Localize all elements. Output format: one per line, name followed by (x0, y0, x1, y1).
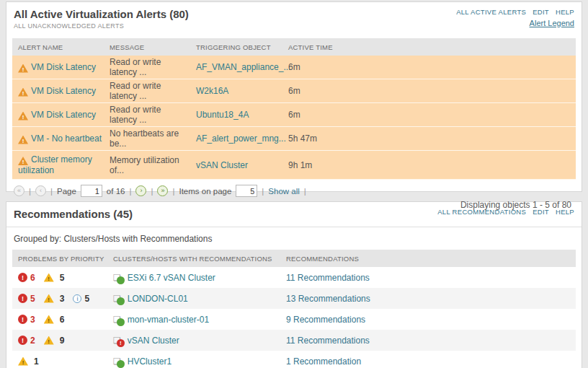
edit-link[interactable]: EDIT (533, 208, 549, 216)
cluster-link[interactable]: HVCluster1 (128, 356, 172, 367)
status-up-icon (117, 318, 125, 326)
alert-row[interactable]: !VM Disk Latency Read or write latency .… (12, 103, 576, 127)
next-page-button[interactable]: › (135, 185, 146, 196)
info-count: 5 (84, 294, 89, 304)
page-number-input[interactable] (81, 185, 102, 197)
warning-triangle-icon: ! (44, 336, 54, 345)
edit-link[interactable]: EDIT (533, 8, 549, 16)
alerts-pagination: « | ‹ | Page of 16 | › | » | Items on pa… (6, 180, 582, 198)
recommendations-link[interactable]: 11 Recommendations (286, 273, 370, 283)
alerts-panel-subtitle: ALL UNACKNOWLEDGED ALERTS (14, 22, 574, 30)
warning-triangle-icon: ! (18, 357, 28, 366)
recommendation-row[interactable]: !5 !3 i5 ❏ LONDON-CL01 13 Recommendation… (12, 288, 576, 309)
recommendations-cell: 13 Recommendations (280, 294, 576, 304)
alerts-panel-header: All Active Virtualization Alerts (80) AL… (6, 2, 582, 32)
status-critical-icon: ! (117, 339, 125, 347)
grouped-by-label: Grouped by: Clusters/Hosts with Recommen… (6, 227, 582, 250)
col-recommendations: RECOMMENDATIONS (280, 255, 576, 263)
alert-message: Read or write latency ... (104, 81, 190, 101)
separator: | (29, 187, 31, 196)
recommendation-row[interactable]: !1 ❏ HVCluster1 1 Recommendation (12, 351, 576, 368)
recommendations-link[interactable]: 11 Recommendations (286, 336, 370, 346)
recommendation-row[interactable]: !6 !5 ❏ ESXi 6.7 vSAN Cluster 11 Recomme… (12, 267, 576, 288)
last-page-button[interactable]: » (157, 185, 168, 196)
warning-triangle-icon: ! (18, 64, 28, 73)
cluster-cell: ❏! vSAN Cluster (107, 336, 280, 346)
alert-row[interactable]: !VM Disk Latency Read or write latency .… (12, 56, 576, 79)
cluster-icon: ❏ (113, 356, 125, 367)
alert-name-link[interactable]: !VM - No heartbeat (12, 133, 104, 144)
alert-legend-link[interactable]: Alert Legend (530, 19, 574, 27)
help-link[interactable]: HELP (556, 8, 574, 16)
alert-name-link[interactable]: !VM Disk Latency (12, 110, 104, 121)
alert-message: Read or write latency ... (104, 57, 190, 77)
col-clusters-hosts: CLUSTERS/HOSTS WITH RECOMMENDATIONS (107, 255, 280, 263)
alert-row[interactable]: !Cluster memory utilization Memory utili… (12, 151, 576, 180)
show-all-link[interactable]: Show all (268, 187, 299, 196)
separator: | (50, 187, 53, 196)
problems-by-priority: !6 !5 (12, 273, 107, 283)
all-active-alerts-link[interactable]: ALL ACTIVE ALERTS (456, 8, 526, 16)
separator: | (151, 187, 153, 196)
cluster-link[interactable]: vSAN Cluster (128, 336, 179, 346)
warning-triangle-icon: ! (18, 157, 28, 165)
warning-triangle-icon: ! (18, 136, 28, 144)
col-active-time: ACTIVE TIME (282, 43, 576, 51)
separator: | (262, 187, 264, 196)
separator: | (304, 187, 306, 196)
items-on-page-label: Items on page (179, 187, 231, 196)
warning-count: 3 (60, 294, 65, 304)
alert-row[interactable]: !VM - No heartbeat No heartbeats are be.… (12, 127, 576, 151)
alerts-table-header: ALERT NAME MESSAGE TRIGGERING OBJECT ACT… (12, 38, 576, 56)
alert-active-time: 6m (282, 86, 576, 96)
critical-count: 3 (30, 315, 35, 325)
all-recommendations-link[interactable]: ALL RECOMMENDATIONS (437, 208, 526, 216)
alert-name-link[interactable]: !VM Disk Latency (12, 86, 104, 97)
help-link[interactable]: HELP (556, 208, 574, 216)
recommendation-row[interactable]: !3 !6 ❏ mon-vman-cluster-01 9 Recommenda… (12, 309, 576, 330)
triggering-object-link[interactable]: W2k16A (190, 86, 282, 96)
critical-icon: ! (18, 273, 27, 282)
problems-by-priority: !1 (12, 356, 107, 367)
cluster-link[interactable]: mon-vman-cluster-01 (128, 315, 209, 325)
alert-active-time: 6m (282, 62, 576, 72)
warning-triangle-icon: ! (18, 88, 28, 97)
cluster-link[interactable]: LONDON-CL01 (128, 294, 188, 304)
recommendations-link[interactable]: 1 Recommendation (286, 356, 361, 367)
triggering-object-link[interactable]: AF_VMAN_appliance_... (190, 62, 282, 72)
cluster-icon: ❏ (113, 273, 125, 283)
items-on-page-input[interactable] (236, 185, 257, 197)
recommendation-row[interactable]: !2 !9 ❏! vSAN Cluster 11 Recommendations (12, 330, 576, 351)
recommendations-cell: 11 Recommendations (280, 273, 576, 283)
problems-by-priority: !3 !6 (12, 315, 107, 325)
cluster-icon: ❏ (113, 315, 125, 325)
warning-count: 1 (34, 356, 39, 367)
problems-by-priority: !5 !3 i5 (12, 294, 107, 304)
col-triggering-object: TRIGGERING OBJECT (190, 43, 282, 51)
recommendations-link[interactable]: 13 Recommendations (286, 294, 370, 304)
critical-icon: ! (18, 315, 27, 324)
problems-by-priority: !2 !9 (12, 336, 107, 346)
triggering-object-link[interactable]: AF_alert_power_mng... (190, 133, 282, 144)
warning-triangle-icon: ! (18, 112, 28, 121)
recommendations-panel-header: Recommendations (45) ALL RECOMMENDATIONS… (6, 202, 582, 227)
cluster-cell: ❏ HVCluster1 (107, 356, 280, 367)
critical-count: 2 (30, 336, 35, 346)
active-alerts-panel: All Active Virtualization Alerts (80) AL… (6, 1, 582, 192)
cluster-cell: ❏ ESXi 6.7 vSAN Cluster (107, 273, 280, 283)
cluster-link[interactable]: ESXi 6.7 vSAN Cluster (128, 273, 215, 283)
alert-message: No heartbeats are be... (104, 128, 190, 149)
recommendations-link[interactable]: 9 Recommendations (286, 315, 365, 325)
alert-name-link[interactable]: !Cluster memory utilization (12, 154, 104, 175)
triggering-object-link[interactable]: Ubuntu18_4A (190, 110, 282, 120)
alert-row[interactable]: !VM Disk Latency Read or write latency .… (12, 79, 576, 103)
prev-page-button[interactable]: ‹ (35, 185, 46, 196)
triggering-object-link[interactable]: vSAN Cluster (190, 160, 282, 170)
first-page-button[interactable]: « (14, 185, 24, 196)
warning-count: 6 (60, 315, 65, 325)
warning-triangle-icon: ! (44, 315, 54, 324)
alert-message: Read or write latency ... (104, 105, 190, 125)
alert-active-time: 6m (282, 110, 576, 120)
alert-name-link[interactable]: !VM Disk Latency (12, 62, 104, 73)
alerts-table: ALERT NAME MESSAGE TRIGGERING OBJECT ACT… (12, 38, 576, 180)
